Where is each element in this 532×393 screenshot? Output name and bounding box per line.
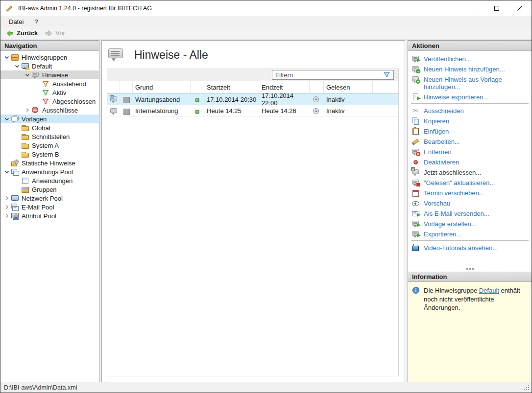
cell-startzeit: 17.10.2014 20:30	[204, 96, 259, 103]
action-exportieren[interactable]: Exportieren...	[408, 229, 532, 239]
cut-icon: ✂	[411, 107, 420, 115]
folder-icon	[21, 150, 29, 158]
column-header-startzeit[interactable]: Startzeit	[204, 81, 259, 93]
menu-datei[interactable]: Datei	[3, 17, 29, 26]
action-hinweise-exportieren[interactable]: Hinweise exportieren...	[408, 92, 532, 102]
navigation-header: Navigation	[0, 41, 99, 51]
action-kopieren[interactable]: Kopieren	[408, 116, 532, 126]
action-entfernen[interactable]: Entfernen	[408, 146, 532, 157]
tree-item-anwendungen[interactable]: Anwendungen	[0, 176, 99, 185]
action-vorlage-erstellen[interactable]: Vorlage erstellen...	[408, 218, 532, 229]
action-jetzt-abschliessen[interactable]: Jetzt abschliessen...	[408, 167, 532, 177]
minimize-button[interactable]	[462, 0, 485, 16]
attribute-pool-icon	[11, 212, 19, 220]
tree-item-abgeschlossen[interactable]: Abgeschlossen	[0, 97, 99, 106]
filter-input[interactable]	[272, 71, 382, 79]
chevron-down-icon[interactable]	[3, 168, 11, 176]
action-video-tutorials[interactable]: Video-Tutorials ansehen...	[408, 242, 532, 253]
column-header-endzeit[interactable]: Endzeit	[259, 81, 310, 93]
tree-item-anwendungs-pool[interactable]: Anwendungs Pool	[0, 167, 99, 176]
tree-item-ausstehend[interactable]: Ausstehend	[0, 79, 99, 88]
clock-icon	[312, 95, 320, 103]
action-veroeffentlichen[interactable]: Veröffentlichen...	[408, 53, 532, 64]
table-row[interactable]: Wartungsabend 17.10.2014 20:30 17.10.201…	[107, 93, 398, 105]
title-bar: IBI-aws Admin 1.24.0 - registriert für I…	[0, 0, 532, 16]
reschedule-icon	[411, 189, 420, 197]
table-row[interactable]: Internetstörung Heute 14:25 Heute 14:26 …	[107, 105, 398, 117]
window-controls	[462, 0, 532, 16]
action-deaktivieren[interactable]: Deaktivieren	[408, 157, 532, 167]
tree-item-hinweisgruppen[interactable]: Hinweisgruppen	[0, 53, 99, 62]
action-bearbeiten[interactable]: Bearbeiten...	[408, 136, 532, 146]
tree-item-aktiv[interactable]: Aktiv	[0, 88, 99, 97]
action-einfuegen[interactable]: Einfügen	[408, 126, 532, 136]
tree-item-gruppen[interactable]: Gruppen	[0, 185, 99, 194]
tree-item-statische-hinweise[interactable]: Statische Hinweise	[0, 159, 99, 167]
splitter-handle-icon[interactable]	[466, 268, 468, 270]
chevron-down-icon[interactable]	[24, 71, 31, 79]
hints-icon	[31, 71, 40, 79]
navigation-tree: Hinweisgruppen Default Hinweise Ausstehe…	[0, 51, 99, 220]
folder-icon	[21, 124, 29, 132]
complete-now-icon	[411, 168, 420, 176]
action-neuen-hinweis-hinzufuegen[interactable]: Neuen Hinweis hinzufügen...	[408, 64, 532, 74]
column-header-read-icon[interactable]	[310, 81, 324, 93]
tree-item-schnittstellen[interactable]: Schnittstellen	[0, 132, 99, 141]
tree-item-hinweise[interactable]: Hinweise	[0, 70, 99, 79]
action-vorschau[interactable]: Vorschau	[408, 198, 532, 208]
column-header-type[interactable]	[107, 81, 120, 93]
chevron-down-icon[interactable]	[3, 53, 11, 61]
app-window: IBI-aws Admin 1.24.0 - registriert für I…	[0, 0, 532, 393]
actions-separator	[411, 103, 529, 104]
action-termin-verschieben[interactable]: Termin verschieben...	[408, 187, 532, 198]
minimize-icon	[471, 6, 477, 11]
table-header: Grund Startzeit Endzeit Gelesen	[107, 81, 398, 93]
groups-icon	[21, 185, 29, 193]
chevron-right-icon[interactable]	[3, 212, 11, 220]
back-button[interactable]: Zurück	[2, 28, 41, 38]
column-header-state[interactable]	[120, 81, 133, 93]
network-pool-icon	[11, 194, 19, 202]
action-neuen-hinweis-aus-vorlage[interactable]: Neuen Hinweis aus Vorlage hinzufügen...	[408, 74, 532, 92]
tree-item-global[interactable]: Global	[0, 123, 99, 132]
tree-item-ausschluesse[interactable]: Ausschlüsse	[0, 106, 99, 115]
close-icon	[517, 6, 523, 11]
export-icon	[411, 230, 420, 238]
tree-spacer	[13, 124, 21, 132]
chevron-right-icon[interactable]	[24, 106, 31, 114]
column-header-active[interactable]	[191, 81, 204, 93]
tree-spacer	[13, 141, 21, 149]
tree-item-system-a[interactable]: System A	[0, 141, 99, 150]
default-group-link[interactable]: Default	[479, 287, 499, 294]
tree-item-attribut-pool[interactable]: Attribut Pool	[0, 211, 99, 220]
tree-item-vorlagen[interactable]: Vorlagen	[0, 115, 99, 123]
action-gelesen-aktualisieren[interactable]: "Gelesen" aktualisieren...	[408, 177, 532, 187]
action-ausschneiden[interactable]: ✂ Ausschneiden	[408, 105, 532, 116]
close-button[interactable]	[508, 0, 532, 16]
menu-help[interactable]: ?	[29, 17, 43, 26]
chevron-down-icon[interactable]	[3, 115, 11, 123]
cell-startzeit: Heute 14:25	[204, 107, 259, 115]
back-arrow-icon	[6, 29, 14, 37]
maximize-button[interactable]	[485, 0, 508, 16]
tree-item-netzwerk-pool[interactable]: Netzwerk Pool	[0, 194, 99, 203]
chevron-right-icon[interactable]	[3, 194, 11, 202]
action-als-email-versenden[interactable]: Als E-Mail versenden...	[408, 208, 532, 218]
forward-label: Vor	[55, 29, 65, 37]
column-header-gelesen[interactable]: Gelesen	[324, 81, 373, 93]
menu-bar: Datei ?	[0, 16, 532, 27]
active-dot-icon	[193, 95, 201, 103]
cell-endzeit: Heute 14:26	[259, 107, 310, 115]
chevron-down-icon[interactable]	[13, 62, 21, 70]
filter-icon[interactable]	[382, 71, 392, 79]
forward-button[interactable]: Vor	[41, 28, 69, 38]
tree-item-system-b[interactable]: System B	[0, 150, 99, 159]
update-read-icon	[411, 179, 420, 186]
tree-item-default[interactable]: Default	[0, 62, 99, 70]
actions-list: Veröffentlichen... Neuen Hinweis hinzufü…	[408, 51, 532, 272]
main-panel: Hinweise - Alle Grund Startzeit Endzeit …	[101, 40, 405, 382]
column-header-grund[interactable]: Grund	[133, 81, 191, 93]
resize-grip-icon[interactable]	[528, 389, 529, 390]
tree-item-email-pool[interactable]: E-Mail Pool	[0, 203, 99, 211]
chevron-right-icon[interactable]	[3, 203, 11, 211]
